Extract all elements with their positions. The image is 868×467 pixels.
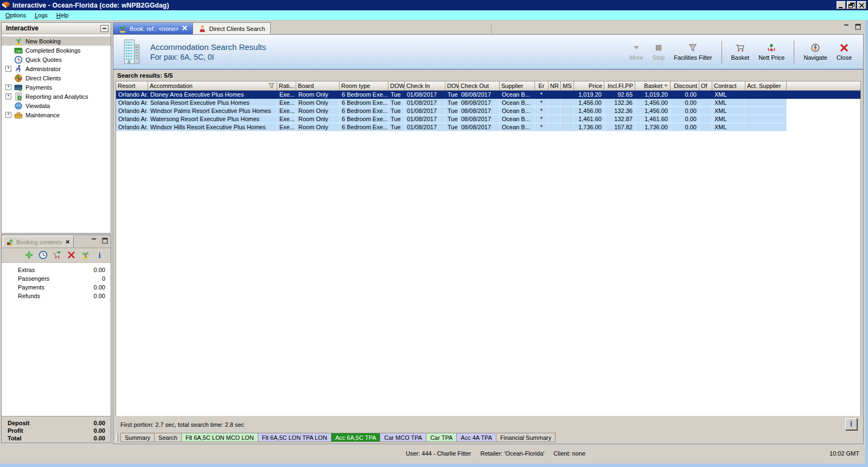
sidebar-item-reporting-and-analytics[interactable]: +Reporting and Analytics (2, 92, 111, 101)
column-header-incl-fl-pp[interactable]: Incl.Fl.PP (604, 81, 635, 91)
expand-icon[interactable]: + (5, 93, 11, 99)
tab-direct-clients-search[interactable]: Direct Clients Search (193, 22, 271, 34)
portion-tab-flt-6a-5c-lon-mco-lon[interactable]: Flt 6A,5C LON MCO LON (181, 433, 258, 442)
restore-button[interactable] (847, 1, 856, 9)
navigate-button[interactable]: Navigate (800, 42, 831, 62)
collapse-panel-button[interactable] (100, 25, 108, 32)
column-header-resort[interactable]: Resort (116, 81, 148, 91)
table-row[interactable]: Orlando Ar...Windsor Hills Resort Execut… (116, 123, 860, 131)
expand-icon[interactable]: + (5, 84, 11, 90)
cell-dow: Tue (445, 107, 459, 115)
menu-logs[interactable]: Logs (30, 11, 52, 20)
basket-button[interactable]: Basket (727, 42, 754, 62)
nett-price-button[interactable]: Nett Price (755, 42, 788, 62)
cell-dow: Tue (388, 123, 405, 131)
funnel-icon (687, 43, 698, 53)
minimize-panel-icon[interactable] (91, 237, 98, 244)
cell-of (699, 123, 712, 131)
cell-room-type: 6 Bedroom Exe... (340, 123, 388, 131)
maximize-panel-icon[interactable] (854, 23, 861, 30)
minimize-button[interactable] (837, 1, 846, 9)
column-header-check-in[interactable]: Check In (405, 81, 445, 91)
sidebar-item-viewdata[interactable]: Viewdata (2, 101, 111, 110)
cell-contract: XML (712, 99, 745, 107)
sidebar-item-quick-quotes[interactable]: Quick Quotes (2, 55, 111, 64)
column-header-basket[interactable]: Basket (635, 81, 671, 91)
cell-rati: Exe... (277, 91, 296, 99)
portion-tab-summary[interactable]: Summary (120, 433, 155, 442)
table-row[interactable]: Orlando Ar...Disney Area Executive Plus … (116, 91, 860, 99)
column-label: Price (589, 83, 602, 89)
close-button[interactable]: Close (833, 42, 856, 62)
column-header-ms[interactable]: MS (561, 81, 574, 91)
booking-contents-tab[interactable]: Booking contents ✕ (3, 236, 74, 248)
delete-button[interactable] (67, 250, 76, 261)
info-button[interactable]: i (95, 250, 104, 261)
column-header-nr[interactable]: NR (548, 81, 561, 91)
column-header-dow[interactable]: DOW (445, 81, 459, 91)
sidebar-item-payments[interactable]: +$Payments (2, 83, 111, 92)
portion-tab-acc-4a-tpa[interactable]: Acc 4A TPA (456, 433, 496, 442)
column-header-of[interactable]: Of (699, 81, 712, 91)
column-header-price[interactable]: Price (574, 81, 604, 91)
new-booking-button[interactable] (81, 250, 90, 261)
sidebar-item-new-booking[interactable]: New Booking (2, 36, 111, 46)
menu-help[interactable]: Help (52, 11, 73, 20)
column-header-act-supplier[interactable]: Act. Supplier (745, 81, 787, 91)
column-header-rati[interactable]: Rati... (277, 81, 296, 91)
expand-icon[interactable]: + (5, 66, 11, 72)
info-button[interactable]: i (845, 418, 857, 430)
search-results-count: Search results: 5/5 (113, 70, 863, 81)
expand-icon[interactable]: + (5, 112, 11, 118)
portion-tab-financial-summary[interactable]: Financial Summary (496, 433, 556, 442)
payments-icon: $ (14, 83, 23, 92)
button-label: More (630, 54, 643, 61)
close-booking-panel-icon[interactable]: ✕ (65, 239, 69, 245)
column-header-er[interactable]: Er (535, 81, 548, 91)
cell-check-in: 01/08/2017 (405, 123, 445, 131)
transfer-basket-button[interactable] (53, 250, 62, 261)
person-icon (14, 65, 23, 73)
portion-tab-car-mco-tpa[interactable]: Car MCO TPA (380, 433, 426, 442)
column-header-supplier[interactable]: Supplier (500, 81, 535, 91)
booking-contents-toolbar: i (2, 248, 111, 263)
sidebar-item-maintenance[interactable]: +Maintenance (2, 110, 111, 119)
cell-nr (548, 99, 561, 107)
close-window-button[interactable] (857, 1, 866, 9)
maximize-panel-icon[interactable] (101, 237, 108, 244)
sidebar-item-administrator[interactable]: +Administrator (2, 64, 111, 73)
table-row[interactable]: Orlando Ar...Windsor Palms Resort Execut… (116, 107, 860, 115)
more-icon (631, 43, 642, 53)
add-button[interactable] (24, 250, 34, 261)
column-header-discount[interactable]: Discount (671, 81, 699, 91)
minimize-panel-icon[interactable] (843, 23, 850, 30)
column-label: DOW (390, 83, 405, 89)
column-header-accommodation[interactable]: Accommodation (148, 81, 277, 91)
column-header-check-out[interactable]: Check Out (459, 81, 500, 91)
column-header-room-type[interactable]: Room type (340, 81, 388, 91)
cell-nr (548, 91, 561, 99)
column-header-contract[interactable]: Contract (712, 81, 745, 91)
portion-tab-flt-6a-5c-lon-tpa-lon[interactable]: Flt 6A,5C LON TPA LON (258, 433, 331, 442)
table-row[interactable]: Orlando Ar...Watersong Resort Executive … (116, 115, 860, 123)
main-panel-controls (843, 23, 861, 30)
sidebar-item-completed-bookings[interactable]: Completed Bookings (2, 46, 111, 55)
table-row[interactable]: Orlando Ar...Solana Resort Executive Plu… (116, 99, 860, 107)
close-tab-icon[interactable] (182, 25, 188, 32)
tab-book-ref-none[interactable]: Book. ref.: <none> (113, 22, 193, 34)
close-icon (839, 43, 850, 53)
facilities-filter-button[interactable]: Facilities Filter (670, 42, 716, 62)
cell-dow: Tue (445, 99, 459, 107)
column-header-dow[interactable]: DOW (388, 81, 405, 91)
column-header-board[interactable]: Board (296, 81, 340, 91)
cell-accommodation: Watersong Resort Executive Plus Homes (148, 115, 277, 123)
portion-tab-search[interactable]: Search (154, 433, 182, 442)
quick-quote-button[interactable] (39, 250, 48, 261)
item-label: Extras (18, 267, 94, 273)
portion-tab-acc-6a-5c-tpa[interactable]: Acc 6A,5C TPA (331, 433, 380, 442)
cell-check-in: 01/08/2017 (405, 107, 445, 115)
sidebar-item-direct-clients[interactable]: Direct Clients (2, 73, 111, 83)
menu-options[interactable]: Options (1, 11, 30, 20)
portion-tab-car-tpa[interactable]: Car TPA (426, 433, 457, 442)
booking-contents-list: Extras0.00Passengers0Payments0.00Refunds… (2, 263, 111, 416)
